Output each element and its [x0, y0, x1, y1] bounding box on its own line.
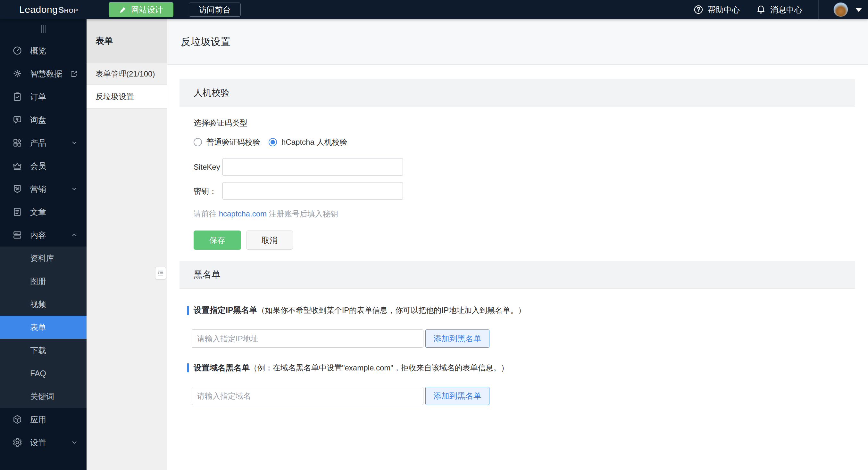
subsidebar-item-antispam-settings[interactable]: 反垃圾设置	[87, 85, 167, 108]
blacklist-card: 黑名单 设置指定IP黑名单 （如果你不希望收到某个IP的表单信息，你可以把他的I…	[180, 261, 855, 405]
submenu-item-forms[interactable]: 表单	[0, 316, 87, 339]
sidebar-item-overview[interactable]: 概览	[0, 39, 87, 62]
radio-unchecked-icon[interactable]	[194, 138, 202, 146]
page-header: 反垃圾设置	[167, 19, 868, 65]
ip-blacklist-title: 设置指定IP黑名单	[194, 305, 257, 315]
content-submenu: 资料库 图册 视频 表单 下载 FAQ 关键词	[0, 246, 87, 408]
captcha-type-label: 选择验证码类型	[194, 118, 855, 128]
sidebar-item-orders[interactable]: 订单	[0, 85, 87, 108]
sidebar-item-apps[interactable]: 应用	[0, 408, 87, 431]
sidebar-item-articles[interactable]: 文章	[0, 200, 87, 224]
visit-frontend-button[interactable]: 访问前台	[189, 3, 241, 16]
submenu-item-label: 下载	[30, 345, 46, 356]
domain-blacklist-input[interactable]	[192, 387, 424, 405]
sidebar-item-label: 文章	[30, 207, 78, 217]
captcha-section-title: 人机校验	[194, 87, 229, 99]
save-button[interactable]: 保存	[194, 231, 241, 250]
sidebar-item-label: 内容	[30, 230, 70, 240]
hint-prefix: 请前往	[194, 209, 219, 218]
sidebar-item-settings[interactable]: 设置	[0, 431, 87, 454]
domain-blacklist-description: （例：在域名黑名单中设置"example.com"，拒收来自该域名的表单信息。）	[250, 363, 509, 373]
sidebar-item-members[interactable]: 会员	[0, 154, 87, 177]
sidebar-item-label: 询盘	[30, 114, 78, 125]
domain-add-to-blacklist-button[interactable]: 添加到黑名单	[425, 387, 490, 405]
ip-blacklist-input-row: 添加到黑名单	[180, 330, 855, 348]
secret-input[interactable]	[222, 182, 403, 200]
radio-normal-captcha[interactable]: 普通验证码校验	[194, 137, 260, 147]
secondary-sidebar-title: 表单	[87, 19, 167, 63]
site-design-button[interactable]: 网站设计	[108, 2, 174, 17]
cancel-button[interactable]: 取消	[246, 231, 293, 250]
radio-hcaptcha-label: hCaptcha 人机校验	[281, 137, 347, 147]
captcha-section-header: 人机校验	[180, 79, 855, 107]
message-center-label: 消息中心	[770, 4, 802, 15]
dashboard-icon	[12, 45, 23, 56]
sidebar-item-label: 设置	[30, 437, 70, 448]
spark-icon	[12, 69, 23, 79]
chevron-down-icon	[70, 139, 78, 147]
blacklist-section-header: 黑名单	[180, 261, 855, 289]
submenu-item-keywords[interactable]: 关键词	[0, 385, 87, 408]
radio-hcaptcha[interactable]: hCaptcha 人机校验	[269, 137, 347, 147]
submenu-item-faq[interactable]: FAQ	[0, 362, 87, 385]
hcaptcha-hint: 请前往 hcaptcha.com 注册账号后填入秘钥	[194, 209, 855, 219]
help-center-link[interactable]: 帮助中心	[693, 4, 740, 15]
logo-shop-bag-glyph: S	[58, 5, 64, 15]
sitekey-row: SiteKey：	[194, 158, 855, 176]
sidebar-item-products[interactable]: 产品	[0, 131, 87, 154]
blue-accent-bar	[187, 306, 189, 315]
ip-blacklist-description: （如果你不希望收到某个IP的表单信息，你可以把他的IP地址加入到黑名单。）	[257, 305, 526, 315]
chevron-down-icon	[70, 185, 78, 193]
secret-row: 密钥：	[194, 182, 855, 200]
panel-collapse-button[interactable]	[155, 267, 166, 279]
sidebar-item-marketing[interactable]: 营销	[0, 177, 87, 200]
sidebar-collapse-handle[interactable]	[0, 19, 87, 39]
sitekey-label: SiteKey：	[194, 162, 222, 172]
sidebar-item-label: 订单	[30, 92, 78, 102]
topbar-divider	[818, 0, 819, 19]
submenu-item-albums[interactable]: 图册	[0, 270, 87, 293]
submenu-item-label: 资料库	[30, 253, 54, 264]
hcaptcha-link[interactable]: hcaptcha.com	[219, 209, 267, 218]
logo-text-rest: HOP	[64, 7, 78, 14]
submenu-item-label: 关键词	[30, 391, 54, 402]
sitekey-input[interactable]	[222, 158, 403, 176]
ip-blacklist-input[interactable]	[192, 330, 424, 348]
blue-accent-bar	[187, 363, 189, 372]
radio-checked-icon[interactable]	[269, 138, 277, 146]
captcha-type-radio-row: 普通验证码校验 hCaptcha 人机校验	[194, 137, 855, 147]
sidebar-item-label: 智慧数据	[30, 69, 66, 79]
clipboard-check-icon	[12, 92, 23, 102]
secondary-sidebar-title-text: 表单	[95, 35, 113, 47]
captcha-buttons: 保存 取消	[194, 231, 855, 250]
logo-text-main: Leadong	[19, 4, 58, 15]
captcha-card: 人机校验 选择验证码类型 普通验证码校验 hCaptcha 人机校验 SiteK…	[180, 79, 855, 250]
help-center-label: 帮助中心	[708, 4, 740, 15]
hint-suffix: 注册账号后填入秘钥	[267, 209, 338, 218]
sidebar-item-inquiries[interactable]: 询盘	[0, 108, 87, 131]
subsidebar-item-form-management[interactable]: 表单管理(21/100)	[87, 63, 167, 85]
topbar: LeadongSHOP 网站设计 访问前台 帮助中心	[0, 0, 868, 19]
sidebar-item-smart-data[interactable]: 智慧数据	[0, 62, 87, 85]
app-logo[interactable]: LeadongSHOP	[19, 4, 78, 15]
visit-frontend-label: 访问前台	[199, 4, 231, 15]
submenu-item-library[interactable]: 资料库	[0, 246, 87, 270]
bell-icon	[756, 4, 766, 15]
secondary-sidebar: 表单 表单管理(21/100) 反垃圾设置	[87, 19, 167, 470]
radio-normal-label: 普通验证码校验	[207, 137, 260, 147]
user-menu-caret-icon[interactable]	[855, 8, 862, 12]
submenu-item-label: 表单	[30, 322, 46, 333]
user-avatar[interactable]	[833, 2, 848, 17]
message-center-link[interactable]: 消息中心	[756, 4, 802, 15]
document-icon	[12, 207, 23, 217]
submenu-item-label: FAQ	[30, 369, 46, 378]
collapse-panel-icon	[157, 270, 164, 277]
domain-blacklist-input-row: 添加到黑名单	[180, 387, 855, 405]
submenu-item-downloads[interactable]: 下载	[0, 339, 87, 362]
handle-bar-icon	[43, 25, 43, 33]
submenu-item-videos[interactable]: 视频	[0, 293, 87, 316]
sidebar-item-content[interactable]: 内容	[0, 224, 87, 246]
ip-blacklist-label-row: 设置指定IP黑名单 （如果你不希望收到某个IP的表单信息，你可以把他的IP地址加…	[180, 305, 855, 315]
ip-add-to-blacklist-button[interactable]: 添加到黑名单	[425, 330, 490, 348]
submenu-item-label: 视频	[30, 299, 46, 310]
